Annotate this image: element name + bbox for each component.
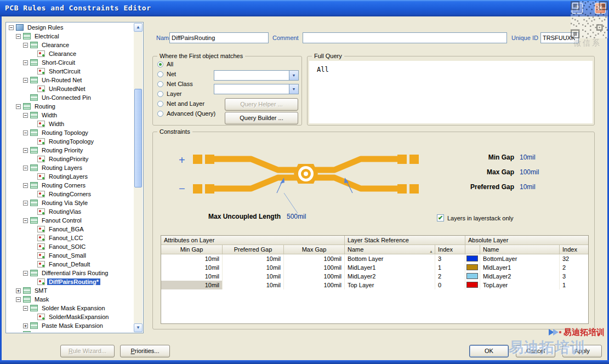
column-header-max_gap[interactable]: Max Gap xyxy=(284,245,345,254)
layer-color-swatch[interactable] xyxy=(466,264,478,270)
tree-item-clearance[interactable]: Clearance xyxy=(7,49,134,58)
radio-advanced-query[interactable]: Advanced (Query) xyxy=(157,109,215,118)
radio-button-icon[interactable] xyxy=(157,71,163,77)
preferred_gap-cell[interactable]: 10mil xyxy=(223,254,284,263)
abs_index-cell[interactable]: 1 xyxy=(560,281,589,289)
max_gap-cell[interactable]: 100mil xyxy=(284,263,345,272)
abs_index-cell[interactable]: 2 xyxy=(560,263,589,272)
min_gap-cell[interactable]: 10mil xyxy=(161,272,223,281)
tree-item-routingcorners[interactable]: RoutingCorners xyxy=(7,190,134,198)
tree-item-un-connected-pin[interactable]: Un-Connected Pin xyxy=(7,93,134,102)
layer-row-toplayer[interactable]: 10mil10mil100milTop Layer0TopLayer1 xyxy=(161,281,588,289)
tree-item-routing-priority[interactable]: −Routing Priority xyxy=(7,146,134,155)
collapse-icon[interactable]: − xyxy=(16,297,21,302)
min_gap-cell[interactable]: 10mil xyxy=(161,281,223,289)
tree-item-fanout-bga[interactable]: Fanout_BGA xyxy=(7,225,134,234)
column-header-preferred_gap[interactable]: Preferred Gap xyxy=(223,245,284,254)
max_gap-cell[interactable]: 100mil xyxy=(284,272,345,281)
tree-item-width[interactable]: −Width xyxy=(7,111,134,120)
expand-icon[interactable]: + xyxy=(16,288,21,293)
collapse-icon[interactable]: − xyxy=(23,218,28,223)
net-class-dropdown-value[interactable] xyxy=(215,85,288,93)
group-header-attributes-on-layer[interactable]: Attributes on Layer xyxy=(161,236,345,245)
ref_index-cell[interactable]: 0 xyxy=(435,281,465,289)
layer-row-bottomlayer[interactable]: 10mil10mil100milBottom Layer3BottomLayer… xyxy=(161,254,588,263)
collapse-icon[interactable]: − xyxy=(16,34,21,39)
radio-button-icon[interactable] xyxy=(157,111,163,117)
ref_index-cell[interactable]: 2 xyxy=(435,272,465,281)
tree-item-fanout-lcc[interactable]: Fanout_LCC xyxy=(7,234,134,242)
chevron-down-icon[interactable]: ▼ xyxy=(289,71,298,80)
layer-color-swatch[interactable] xyxy=(466,255,478,261)
group-header-layer-stack-reference[interactable]: Layer Stack Reference xyxy=(345,236,465,245)
layer-color-cell[interactable] xyxy=(465,272,480,281)
gap-value[interactable]: 10mil xyxy=(520,153,536,161)
tree-item-paste-mask-expansion[interactable]: +Paste Mask Expansion xyxy=(7,321,134,330)
tree-item-fanout-soic[interactable]: Fanout_SOIC xyxy=(7,242,134,251)
collapse-icon[interactable]: − xyxy=(23,130,28,135)
tree-item-routing-layers[interactable]: −Routing Layers xyxy=(7,163,134,172)
collapse-icon[interactable]: − xyxy=(16,104,21,109)
radio-layer[interactable]: Layer xyxy=(157,89,215,99)
expand-icon[interactable]: + xyxy=(23,323,28,328)
column-header-min_gap[interactable]: Min Gap xyxy=(161,245,223,254)
comment-input[interactable] xyxy=(303,32,507,43)
tree-item-routinglayers[interactable]: RoutingLayers xyxy=(7,172,134,181)
scroll-down-icon[interactable]: ▼ xyxy=(134,323,143,332)
radio-all[interactable]: All xyxy=(157,59,215,69)
name-input[interactable] xyxy=(169,32,269,43)
collapse-icon[interactable]: − xyxy=(23,201,28,206)
collapse-icon[interactable]: − xyxy=(9,25,14,30)
expand-icon[interactable]: + xyxy=(16,332,21,333)
tree-item-fanout-default[interactable]: Fanout_Default xyxy=(7,260,134,269)
abs_name-cell[interactable]: BottomLayer xyxy=(480,254,560,263)
tree-item-solder-mask-expansion[interactable]: −Solder Mask Expansion xyxy=(7,304,134,312)
scroll-up-icon[interactable]: ▲ xyxy=(134,23,143,32)
tree-item-mask[interactable]: −Mask xyxy=(7,295,134,304)
layer-row-midlayer2[interactable]: 10mil10mil100milMidLayer22MidLayer23 xyxy=(161,272,588,281)
tree-item-fanout-small[interactable]: Fanout_Small xyxy=(7,251,134,260)
collapse-icon[interactable]: − xyxy=(23,271,28,276)
layer-color-swatch[interactable] xyxy=(466,282,478,288)
tree-item-routingpriority[interactable]: RoutingPriority xyxy=(7,155,134,163)
column-header-color[interactable] xyxy=(465,245,480,254)
tree-item-routing[interactable]: −Routing xyxy=(7,102,134,111)
net-class-dropdown[interactable]: ▼ xyxy=(214,84,299,94)
column-header-abs_index[interactable]: Index xyxy=(560,245,589,254)
tree-item-width[interactable]: Width xyxy=(7,120,134,128)
ref_name-cell[interactable]: MidLayer2 xyxy=(345,272,435,281)
query-builder-button[interactable]: Query Builder ... xyxy=(225,112,298,124)
abs_name-cell[interactable]: TopLayer xyxy=(480,281,560,289)
radio-net-class[interactable]: Net Class xyxy=(157,79,215,89)
tree-item-clearance[interactable]: −Clearance xyxy=(7,41,134,49)
max_gap-cell[interactable]: 100mil xyxy=(284,281,345,289)
collapse-icon[interactable]: − xyxy=(23,43,28,48)
collapse-icon[interactable]: − xyxy=(23,78,28,83)
collapse-icon[interactable]: − xyxy=(23,166,28,170)
tree-item-diffpairsrouting[interactable]: DiffPairsRouting* xyxy=(7,277,134,286)
tree-item-soldermaskexpansion[interactable]: SolderMaskExpansion xyxy=(7,312,134,321)
tree-item-electrical[interactable]: −Electrical xyxy=(7,32,134,41)
tree-item-routing-via-style[interactable]: −Routing Via Style xyxy=(7,198,134,207)
tree-item-plane[interactable]: +Plane xyxy=(7,330,134,332)
layer-color-cell[interactable] xyxy=(465,254,480,263)
ref_name-cell[interactable]: Top Layer xyxy=(345,281,435,289)
layer-row-midlayer1[interactable]: 10mil10mil100milMidLayer11MidLayer12 xyxy=(161,263,588,272)
ref_name-cell[interactable]: Bottom Layer xyxy=(345,254,435,263)
min_gap-cell[interactable]: 10mil xyxy=(161,254,223,263)
collapse-icon[interactable]: − xyxy=(23,183,28,188)
radio-net-and-layer[interactable]: Net and Layer xyxy=(157,99,215,109)
net-dropdown-value[interactable] xyxy=(215,71,288,79)
tree-item-design-rules[interactable]: −Design Rules xyxy=(7,23,134,32)
min_gap-cell[interactable]: 10mil xyxy=(161,263,223,272)
ok-button[interactable]: OK xyxy=(469,345,509,357)
radio-net[interactable]: Net xyxy=(157,69,215,79)
tree-item-routing-topology[interactable]: −Routing Topology xyxy=(7,128,134,137)
net-dropdown[interactable]: ▼ xyxy=(214,70,299,81)
max-uncoupled-value[interactable]: 500mil xyxy=(287,213,306,220)
collapse-icon[interactable]: − xyxy=(23,113,28,118)
gap-value[interactable]: 100mil xyxy=(520,168,539,176)
abs_index-cell[interactable]: 32 xyxy=(560,254,589,263)
ref_name-cell[interactable]: MidLayer1 xyxy=(345,263,435,272)
column-header-ref_name[interactable]: Name▲ xyxy=(345,245,435,254)
